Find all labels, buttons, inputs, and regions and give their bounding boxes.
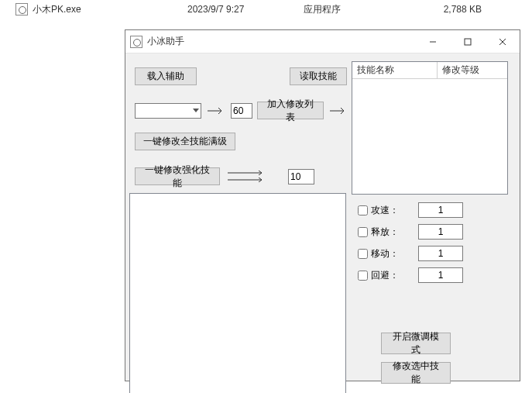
skill-table-col-level[interactable]: 修改等级 <box>438 62 507 79</box>
attack-speed-label: 攻速： <box>371 204 399 217</box>
double-arrow-icon <box>228 171 265 182</box>
cast-input[interactable] <box>418 224 463 240</box>
enhance-input[interactable] <box>288 169 314 184</box>
attack-speed-checkbox[interactable] <box>358 205 368 215</box>
move-label: 移动： <box>371 247 399 260</box>
file-size: 2,788 KB <box>404 4 482 15</box>
onekey-max-button[interactable]: 一键修改全技能满级 <box>135 133 235 150</box>
file-name: 小木PK.exe <box>33 3 187 16</box>
file-date: 2023/9/7 9:27 <box>187 4 304 15</box>
svg-rect-1 <box>465 39 471 45</box>
move-checkbox-label[interactable]: 移动： <box>358 247 412 260</box>
stat-row-cast: 释放： <box>358 224 509 240</box>
onekey-enhance-button[interactable]: 一键修改强化技能 <box>135 167 220 185</box>
skill-combo[interactable] <box>135 103 201 119</box>
dodge-checkbox[interactable] <box>358 271 368 281</box>
dodge-input[interactable] <box>418 267 463 283</box>
stat-row-attack-speed: 攻速： <box>358 202 509 218</box>
dodge-label: 回避： <box>371 269 399 282</box>
exe-icon <box>15 3 28 16</box>
move-checkbox[interactable] <box>358 249 368 259</box>
skill-table[interactable]: 技能名称 修改等级 <box>352 61 508 195</box>
stat-row-move: 移动： <box>358 246 509 261</box>
app-window: 小冰助手 载入辅助 读取技能 加入修改列表 <box>125 29 520 381</box>
titlebar[interactable]: 小冰助手 <box>125 30 520 53</box>
add-to-list-button[interactable]: 加入修改列表 <box>257 102 324 119</box>
maximize-button[interactable] <box>450 30 485 53</box>
skill-table-col-name[interactable]: 技能名称 <box>352 62 438 79</box>
arrow-right-icon <box>206 107 226 115</box>
enable-tweak-button[interactable]: 开启微调模式 <box>381 333 451 354</box>
stat-row-dodge: 回避： <box>358 267 509 283</box>
arrow-right-icon <box>328 107 348 115</box>
chevron-down-icon <box>193 109 199 112</box>
file-type: 应用程序 <box>304 3 404 16</box>
minimize-button[interactable] <box>415 30 450 53</box>
file-row[interactable]: 小木PK.exe 2023/9/7 9:27 应用程序 2,788 KB <box>0 0 532 19</box>
attack-speed-checkbox-label[interactable]: 攻速： <box>358 204 412 217</box>
move-input[interactable] <box>418 246 463 261</box>
window-title: 小冰助手 <box>147 35 415 48</box>
app-icon <box>130 36 142 48</box>
level-input[interactable] <box>231 103 252 119</box>
load-button[interactable]: 载入辅助 <box>135 67 197 85</box>
attack-speed-input[interactable] <box>418 202 463 218</box>
cast-label: 释放： <box>371 226 399 239</box>
log-textbox[interactable] <box>129 193 346 393</box>
modify-selected-button[interactable]: 修改选中技能 <box>381 362 451 384</box>
cast-checkbox-label[interactable]: 释放： <box>358 226 412 239</box>
close-button[interactable] <box>485 30 520 53</box>
cast-checkbox[interactable] <box>358 227 368 237</box>
dodge-checkbox-label[interactable]: 回避： <box>358 269 412 282</box>
read-skills-button[interactable]: 读取技能 <box>290 67 347 85</box>
